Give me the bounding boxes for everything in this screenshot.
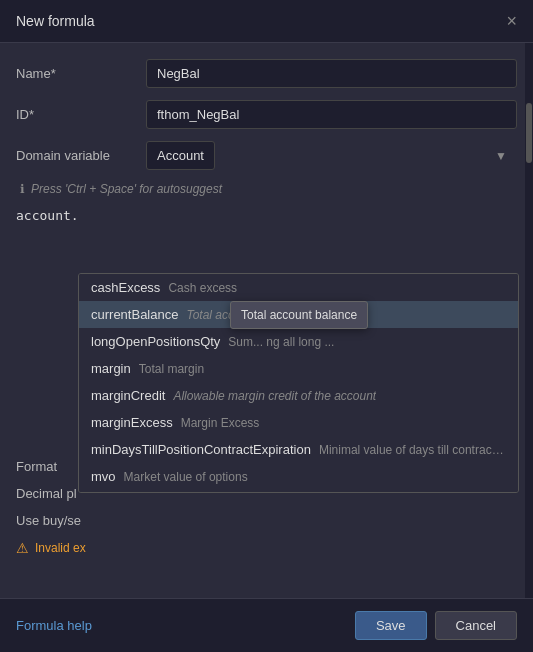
close-button[interactable]: × (506, 12, 517, 30)
invalid-text: Invalid ex (35, 541, 86, 555)
item-name: currentBalance (91, 307, 178, 322)
use-buy-label: Use buy/se (16, 513, 146, 528)
use-buy-row: Use buy/se (16, 513, 517, 528)
item-desc: Sum... ng all long ... (228, 335, 334, 349)
formula-editor-row: account. (16, 204, 517, 227)
scrollbar[interactable] (525, 43, 533, 598)
id-label: ID* (16, 107, 146, 122)
scrollbar-thumb[interactable] (526, 103, 532, 163)
autocomplete-item-netChangePercent[interactable]: netChangePercent Net change from previou… (79, 490, 518, 493)
name-input[interactable] (146, 59, 517, 88)
formula-help-link[interactable]: Formula help (16, 618, 92, 633)
footer-buttons: Save Cancel (355, 611, 517, 640)
invalid-row: ⚠ Invalid ex (16, 540, 517, 556)
item-desc: Allowable margin credit of the account (173, 389, 376, 403)
domain-select[interactable]: Account (146, 141, 215, 170)
autocomplete-item-marginCredit[interactable]: marginCredit Allowable margin credit of … (79, 382, 518, 409)
cancel-button[interactable]: Cancel (435, 611, 517, 640)
item-name: margin (91, 361, 131, 376)
modal-header: New formula × (0, 0, 533, 43)
item-name: minDaysTillPositionContractExpiration (91, 442, 311, 457)
item-desc: Market value of options (124, 470, 248, 484)
item-desc: Margin Excess (181, 416, 260, 430)
autocomplete-item-mvo[interactable]: mvo Market value of options (79, 463, 518, 490)
modal-footer: Formula help Save Cancel (0, 598, 533, 652)
id-input[interactable] (146, 100, 517, 129)
item-name: longOpenPositionsQty (91, 334, 220, 349)
formula-prefix: account. (16, 204, 79, 227)
domain-select-wrapper: Account ▼ (146, 141, 517, 170)
id-row: ID* (16, 100, 517, 129)
autocomplete-item-cashExcess[interactable]: cashExcess Cash excess (79, 274, 518, 301)
name-row: Name* (16, 59, 517, 88)
hint-row: ℹ Press 'Ctrl + Space' for autosuggest (16, 182, 517, 196)
item-desc: Minimal value of days till contract expi… (319, 443, 506, 457)
item-name: marginExcess (91, 415, 173, 430)
item-desc: Cash excess (168, 281, 237, 295)
new-formula-modal: New formula × Name* ID* Domain variable … (0, 0, 533, 652)
save-button[interactable]: Save (355, 611, 427, 640)
item-name: mvo (91, 469, 116, 484)
domain-label: Domain variable (16, 148, 146, 163)
autocomplete-item-longOpenPositionsQty[interactable]: longOpenPositionsQty Sum... ng all long … (79, 328, 518, 355)
item-name: marginCredit (91, 388, 165, 403)
item-desc: Total margin (139, 362, 204, 376)
domain-row: Domain variable Account ▼ (16, 141, 517, 170)
autocomplete-item-margin[interactable]: margin Total margin (79, 355, 518, 382)
modal-body: Name* ID* Domain variable Account ▼ (0, 43, 533, 598)
tooltip-text: Total account balance (241, 308, 357, 322)
item-name: cashExcess (91, 280, 160, 295)
modal-title: New formula (16, 13, 95, 29)
autocomplete-item-marginExcess[interactable]: marginExcess Margin Excess (79, 409, 518, 436)
hint-text: Press 'Ctrl + Space' for autosuggest (31, 182, 222, 196)
warning-icon: ⚠ (16, 540, 29, 556)
tooltip: Total account balance (230, 301, 368, 329)
chevron-down-icon: ▼ (495, 149, 507, 163)
info-icon: ℹ (20, 182, 25, 196)
autocomplete-item-minDays[interactable]: minDaysTillPositionContractExpiration Mi… (79, 436, 518, 463)
modal-overlay: New formula × Name* ID* Domain variable … (0, 0, 533, 652)
name-label: Name* (16, 66, 146, 81)
